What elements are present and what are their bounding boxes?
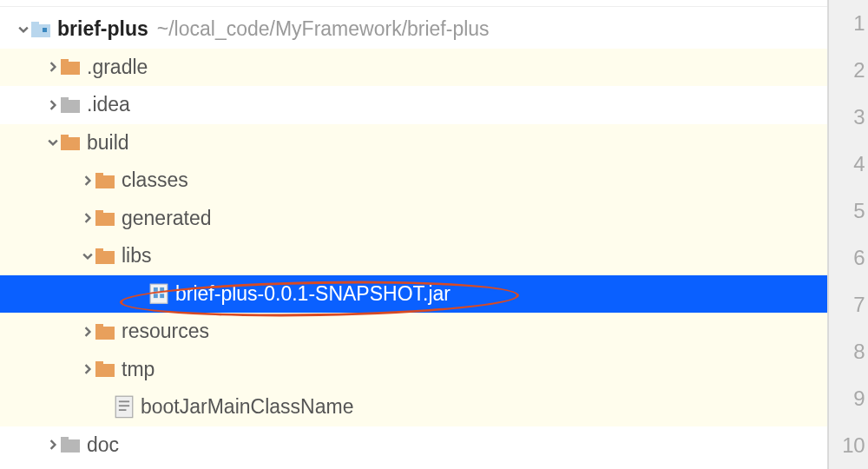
svg-rect-10 — [95, 173, 103, 177]
svg-rect-16 — [154, 287, 158, 292]
tree-label: classes — [122, 168, 188, 192]
tree-row-idea[interactable]: .idea — [0, 86, 827, 124]
svg-rect-5 — [61, 100, 80, 113]
svg-rect-2 — [43, 28, 47, 32]
chevron-right-icon[interactable] — [80, 327, 95, 337]
folder-icon — [95, 360, 115, 378]
svg-rect-6 — [61, 97, 69, 102]
svg-rect-12 — [95, 210, 103, 215]
tree-row-tmp[interactable]: tmp — [0, 351, 827, 389]
tree-row-resources[interactable]: resources — [0, 313, 827, 351]
tree-label: resources — [122, 320, 209, 343]
svg-rect-20 — [95, 327, 115, 340]
tree-label: brief-plus — [57, 17, 148, 41]
tree-row-libs[interactable]: libs — [0, 237, 827, 275]
svg-rect-22 — [95, 364, 115, 377]
folder-icon — [95, 323, 115, 340]
chevron-right-icon[interactable] — [45, 62, 61, 72]
chevron-right-icon[interactable] — [45, 100, 61, 110]
tree-row-doc[interactable]: doc — [0, 426, 827, 465]
folder-icon — [95, 248, 115, 265]
tree-label: .idea — [87, 93, 130, 116]
line-number: 6 — [829, 234, 868, 281]
chevron-right-icon[interactable] — [80, 175, 95, 186]
tree-label: brief-plus-0.0.1-SNAPSHOT.jar — [175, 282, 450, 306]
tree-row-generated[interactable]: generated — [0, 200, 827, 238]
svg-rect-3 — [61, 62, 80, 75]
line-number: 9 — [829, 375, 868, 422]
header-gap — [0, 0, 827, 7]
chevron-right-icon[interactable] — [80, 364, 95, 374]
folder-icon — [95, 172, 115, 189]
folder-icon — [61, 96, 80, 114]
svg-rect-15 — [150, 284, 168, 303]
folder-icon — [61, 436, 80, 453]
tree-label: doc — [87, 433, 119, 457]
tree-row-bootjar[interactable]: bootJarMainClassName — [0, 388, 827, 426]
line-number: 1 — [829, 0, 868, 47]
project-path: ~/local_code/MyFramework/brief-plus — [157, 17, 490, 41]
tree-label: bootJarMainClassName — [141, 395, 353, 419]
chevron-right-icon[interactable] — [80, 213, 95, 223]
line-number: 10 — [829, 422, 868, 469]
tree-row-root[interactable]: brief-plus ~/local_code/MyFramework/brie… — [0, 10, 827, 49]
tree-label: libs — [122, 244, 152, 268]
svg-rect-9 — [95, 175, 115, 188]
folder-icon — [61, 134, 80, 151]
tree-row-jar[interactable]: brief-plus-0.0.1-SNAPSHOT.jar — [0, 275, 827, 314]
chevron-down-icon[interactable] — [80, 251, 95, 261]
line-number: 2 — [829, 47, 868, 94]
svg-rect-19 — [160, 294, 164, 298]
svg-rect-8 — [61, 135, 69, 139]
svg-rect-13 — [95, 251, 115, 264]
editor-gutter: 1 2 3 4 5 6 7 8 9 10 — [828, 0, 868, 469]
tree-label: .gradle — [87, 56, 148, 79]
module-folder-icon — [31, 21, 50, 38]
line-number: 5 — [829, 188, 868, 234]
svg-rect-24 — [115, 397, 133, 418]
chevron-down-icon[interactable] — [45, 137, 61, 148]
svg-rect-29 — [61, 437, 69, 441]
line-number: 3 — [829, 94, 868, 141]
tree-row-build[interactable]: build — [0, 124, 827, 162]
svg-rect-0 — [31, 24, 50, 37]
svg-rect-28 — [61, 439, 80, 452]
tree-label: generated — [122, 207, 212, 230]
tree-label: build — [87, 131, 129, 155]
svg-rect-7 — [61, 137, 80, 150]
project-tree[interactable]: brief-plus ~/local_code/MyFramework/brie… — [0, 0, 828, 469]
svg-rect-11 — [95, 213, 115, 226]
svg-rect-21 — [95, 324, 103, 328]
tree-row-classes[interactable]: classes — [0, 162, 827, 200]
folder-icon — [61, 58, 80, 76]
chevron-down-icon[interactable] — [16, 24, 31, 35]
jar-file-icon — [149, 285, 168, 302]
tree-label: tmp — [122, 358, 155, 381]
chevron-right-icon[interactable] — [45, 439, 61, 450]
folder-icon — [95, 209, 115, 227]
svg-rect-1 — [31, 22, 39, 26]
line-number: 7 — [829, 281, 868, 328]
line-number: 4 — [829, 141, 868, 188]
svg-rect-4 — [61, 59, 69, 63]
svg-rect-23 — [95, 361, 103, 366]
svg-rect-17 — [160, 287, 164, 292]
svg-rect-14 — [95, 248, 103, 253]
line-number: 8 — [829, 328, 868, 375]
svg-rect-18 — [154, 294, 158, 298]
text-file-icon — [115, 399, 134, 416]
tree-row-gradle[interactable]: .gradle — [0, 49, 827, 87]
